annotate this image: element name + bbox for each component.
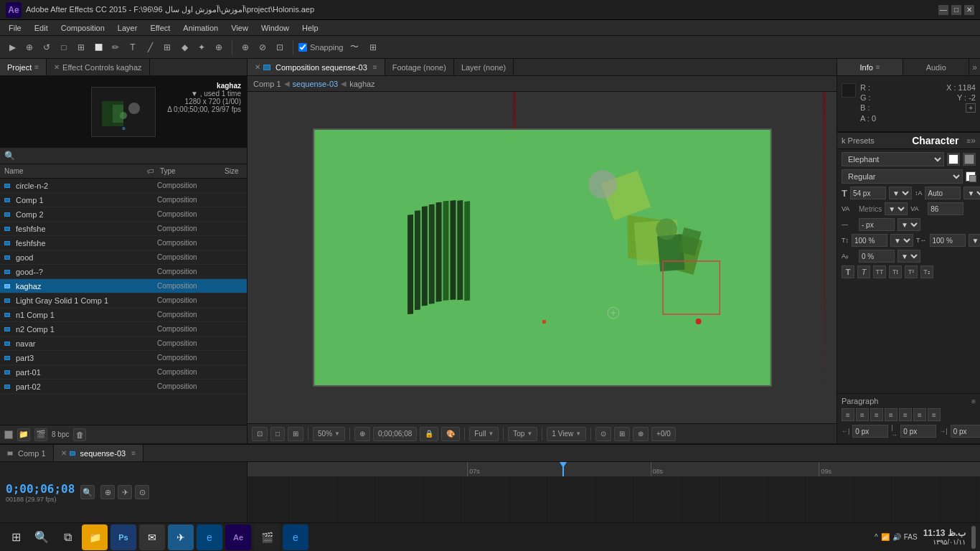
menu-edit[interactable]: Edit <box>29 22 54 34</box>
tool-align2[interactable]: ⊘ <box>255 39 270 55</box>
list-item[interactable]: circle-n-2 Composition <box>0 179 247 193</box>
snap-button[interactable]: ⊡ <box>252 427 268 441</box>
timeline-timecode[interactable]: 0;00;06;08 <box>6 482 75 496</box>
taskbar-ie[interactable]: e <box>283 524 308 550</box>
tool-text[interactable]: T <box>125 39 141 55</box>
taskbar-mail[interactable]: ✉ <box>139 524 165 550</box>
font-style-select[interactable]: Regular <box>842 169 963 184</box>
project-tab[interactable]: Project ≡ <box>0 59 47 75</box>
font-size-input[interactable] <box>850 187 886 199</box>
tl-solo-btn[interactable]: ⊕ <box>100 485 115 499</box>
super-btn[interactable]: T² <box>905 265 918 278</box>
project-tab-menu[interactable]: ≡ <box>34 63 39 71</box>
list-item[interactable]: part-01 Composition <box>0 365 247 380</box>
taskbar-filmora[interactable]: 🎬 <box>254 524 280 550</box>
snapping-label[interactable]: Snapping <box>298 43 344 52</box>
clock[interactable]: 11:13 ب.ظ ۱۳۹۵/۰۱/۱۱ <box>923 528 966 546</box>
comp-tab-menu[interactable]: ≡ <box>373 63 377 71</box>
tray-volume[interactable]: 🔊 <box>892 533 901 541</box>
audio-tab[interactable]: Audio <box>903 59 969 75</box>
vert-scale-input[interactable] <box>852 234 887 247</box>
menu-animation[interactable]: Animation <box>177 22 224 34</box>
list-item[interactable]: navar Composition <box>0 336 247 351</box>
grid-options[interactable]: ⊞ <box>614 427 630 441</box>
title-bar-controls[interactable]: — □ ✕ <box>938 5 974 15</box>
tool-align1[interactable]: ⊕ <box>237 39 253 55</box>
effect-controls-tab[interactable]: ✕ Effect Controls kaghaz <box>47 59 149 75</box>
tool-rotate[interactable]: ↺ <box>39 39 55 55</box>
stroke-color-btn[interactable] <box>963 153 976 166</box>
align-left-btn[interactable]: ≡ <box>842 408 854 421</box>
justify-right-btn[interactable]: ≡ <box>913 408 926 421</box>
baseline-input[interactable] <box>859 250 895 263</box>
quality-select[interactable]: Full ▼ <box>469 427 499 441</box>
color-correct-btn[interactable]: 🎨 <box>441 427 460 441</box>
delete-button[interactable]: 🗑 <box>73 428 86 441</box>
playhead[interactable] <box>562 462 564 476</box>
info-tab[interactable]: Info ≡ <box>837 59 903 75</box>
menu-composition[interactable]: Composition <box>55 22 110 34</box>
camera-options[interactable]: ⊙ <box>595 427 611 441</box>
camera-btn1[interactable]: ⊕ <box>354 427 370 441</box>
effect-tab-close[interactable]: ✕ <box>54 63 60 71</box>
px-unit[interactable]: ▼ <box>897 218 920 231</box>
list-item[interactable]: Comp 2 Composition <box>0 207 247 222</box>
sub-btn[interactable]: T₂ <box>920 265 933 278</box>
menu-effect[interactable]: Effect <box>144 22 176 34</box>
list-item[interactable]: Light Gray Solid 1 Comp 1 Composition <box>0 293 247 308</box>
tl-adjust-btn[interactable]: ⊙ <box>135 485 149 499</box>
justify-left-btn[interactable]: ≡ <box>885 408 897 421</box>
panel-expand-btn[interactable]: » <box>969 59 980 75</box>
leading-input[interactable] <box>925 187 961 199</box>
comp-tab-close[interactable]: ✕ <box>255 63 260 71</box>
font-size-unit[interactable]: ▼ <box>889 187 912 199</box>
taskbar-aftereffects[interactable]: Ae <box>225 524 251 550</box>
tool-select[interactable]: ▶ <box>4 39 20 55</box>
taskbar-edge[interactable]: e <box>197 524 222 550</box>
list-item[interactable]: n2 Comp 1 Composition <box>0 322 247 336</box>
allcaps-btn[interactable]: TT <box>873 265 886 278</box>
vert-unit[interactable]: ▼ <box>890 234 913 247</box>
menu-window[interactable]: Window <box>255 22 295 34</box>
tool-zoom[interactable]: ⊕ <box>22 39 37 55</box>
list-item[interactable]: good Composition <box>0 250 247 265</box>
char-expand[interactable]: » <box>971 136 976 146</box>
tool-pen[interactable]: ✏ <box>108 39 123 55</box>
tray-network[interactable]: 📶 <box>881 533 890 541</box>
align-center-btn[interactable]: ≡ <box>856 408 869 421</box>
tool-shape[interactable]: ╱ <box>142 39 158 55</box>
tool-puppet2[interactable]: ◆ <box>176 39 192 55</box>
leading-unit[interactable]: ▼ <box>963 187 980 199</box>
menu-view[interactable]: View <box>225 22 254 34</box>
lock-btn[interactable]: 🔒 <box>420 427 438 441</box>
comp-main-tab[interactable]: ✕ Composition sequense-03 ≡ <box>248 59 385 75</box>
breadcrumb-kaghaz[interactable]: kaghaz <box>349 80 374 88</box>
font-family-select[interactable]: Elephant <box>842 152 944 166</box>
footage-tab[interactable]: Footage (none) <box>385 59 454 75</box>
para-menu[interactable]: ≡ <box>971 397 976 405</box>
comp1-timeline-tab[interactable]: Comp 1 <box>0 445 54 461</box>
taskbar-photoshop[interactable]: Ps <box>110 524 136 550</box>
tool-grid[interactable]: ⊞ <box>365 39 381 55</box>
seq-tab-menu[interactable]: ≡ <box>131 449 136 457</box>
horiz-scale-input[interactable] <box>930 234 966 247</box>
tool-camera2[interactable]: ⊞ <box>73 39 89 55</box>
view-mode-select[interactable]: 1 View ▼ <box>547 427 586 441</box>
zoom-select[interactable]: 50% ▼ <box>313 427 345 441</box>
list-item[interactable]: part3 Composition <box>0 351 247 365</box>
breadcrumb-comp1[interactable]: Comp 1 <box>253 80 281 88</box>
seq-tab-close[interactable]: ✕ <box>61 449 67 457</box>
list-item-selected[interactable]: kaghaz Composition <box>0 279 247 293</box>
tray-arrow[interactable]: ^ <box>875 533 878 541</box>
baseline-unit[interactable]: ▼ <box>897 250 920 263</box>
snapping-checkbox[interactable] <box>298 43 307 52</box>
tl-search-btn[interactable]: 🔍 <box>80 485 95 499</box>
tool-align3[interactable]: ⊡ <box>272 39 288 55</box>
tool-camera1[interactable]: □ <box>56 39 72 55</box>
task-view-button[interactable]: ⧉ <box>56 526 79 549</box>
horiz-unit[interactable]: ▼ <box>969 234 981 247</box>
tool-puppet4[interactable]: ⊕ <box>211 39 227 55</box>
px-input[interactable] <box>859 218 895 231</box>
tracking-input[interactable] <box>928 202 963 215</box>
search-input[interactable] <box>18 151 242 160</box>
